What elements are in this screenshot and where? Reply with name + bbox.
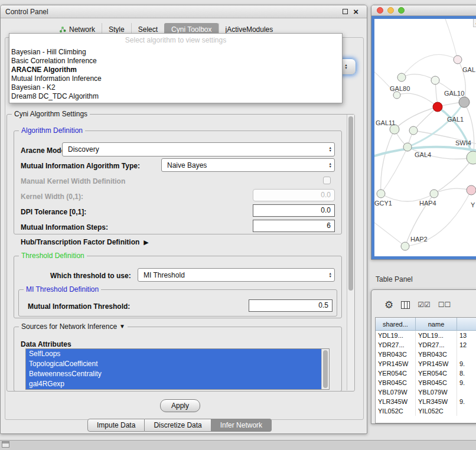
- float-window-icon[interactable]: [343, 9, 348, 14]
- mi-algorithm-type-value: Naive Bayes: [167, 161, 207, 169]
- algorithm-option-bayesian-hill-climbing[interactable]: Bayesian - Hill Climbing: [9, 48, 342, 57]
- network-node[interactable]: [401, 242, 409, 250]
- expand-right-triangle-icon[interactable]: ▶: [144, 239, 148, 246]
- table-header: shared...name: [376, 318, 476, 331]
- manual-kernel-width-label: Manual Kernel Width Definition: [21, 177, 125, 185]
- network-node[interactable]: [467, 185, 476, 195]
- dpi-tolerance-label: DPI Tolerance [0,1]:: [21, 208, 86, 216]
- tab-impute-data[interactable]: Impute Data: [87, 419, 145, 432]
- table-settings-gear-icon[interactable]: ⚙: [384, 300, 393, 310]
- network-node[interactable]: [393, 92, 400, 99]
- network-edge[interactable]: [402, 54, 458, 77]
- table-row[interactable]: YIL052CYIL052C: [376, 406, 476, 416]
- table-cell: YDL19...: [416, 331, 457, 340]
- hub-transcription-factor-section[interactable]: Hub/Transcription Factor Definition ▶: [21, 238, 149, 246]
- table-cell: YDR27...: [416, 340, 457, 350]
- scrollbar-thumb[interactable]: [348, 116, 353, 291]
- select-all-rows-icon[interactable]: ☑☑: [418, 300, 431, 310]
- table-cell: 9.: [457, 397, 476, 406]
- tab-label: Style: [109, 25, 125, 34]
- data-attribute-betweennesscentrality[interactable]: BetweennessCentrality: [26, 369, 321, 379]
- column-header-shared[interactable]: shared...: [376, 318, 416, 331]
- network-node[interactable]: [459, 97, 470, 107]
- table-cell: 13: [457, 331, 476, 340]
- table-cell: YLR345W: [376, 397, 416, 406]
- tab-label: Select: [138, 25, 158, 34]
- network-graph: GALGAL80GAL10GAL1GAL11SWI4GAL4GCY1HAP4YH…: [374, 19, 476, 256]
- column-header-blank[interactable]: [457, 318, 476, 331]
- column-header-name[interactable]: name: [416, 318, 457, 331]
- table-row[interactable]: YPR145WYPR145W9.: [376, 359, 476, 369]
- table-row[interactable]: YER054CYER054C8.: [376, 369, 476, 378]
- table-row[interactable]: YBL079WYBL079W: [376, 387, 476, 397]
- dpi-tolerance-field[interactable]: 0.0: [253, 204, 335, 217]
- network-node[interactable]: [377, 190, 385, 198]
- network-edge[interactable]: [402, 74, 435, 80]
- which-threshold-combobox[interactable]: MI Threshold: [138, 268, 335, 282]
- table-row[interactable]: YBR043CYBR043C: [376, 350, 476, 359]
- settings-vertical-scrollbar[interactable]: [347, 115, 354, 390]
- data-attribute-topologicalcoefficient[interactable]: TopologicalCoefficient: [26, 359, 321, 369]
- network-edge[interactable]: [445, 19, 458, 60]
- combo-stepper-icon: [329, 146, 332, 152]
- kernel-width-field[interactable]: 0.0: [253, 189, 335, 201]
- network-node[interactable]: [409, 126, 418, 135]
- aracne-mode-combobox[interactable]: Discovery: [62, 142, 335, 156]
- data-attributes-list[interactable]: SelfLoopsTopologicalCoefficientBetweenne…: [25, 348, 330, 390]
- table-cell: YPR145W: [416, 359, 457, 369]
- data-attribute-gal4rgexp[interactable]: gal4RGexp: [26, 379, 321, 389]
- algorithm-option-bayesian-k2[interactable]: Bayesian - K2: [9, 83, 342, 92]
- threshold-definition-title: Threshold Definition: [19, 252, 87, 260]
- data-attribute-selfloops[interactable]: SelfLoops: [26, 349, 321, 359]
- close-window-icon[interactable]: ×: [353, 9, 358, 15]
- column-visibility-icon[interactable]: [401, 301, 410, 309]
- close-traffic-light-icon[interactable]: [377, 7, 383, 14]
- mi-algorithm-type-combobox[interactable]: Naive Bayes: [161, 158, 335, 172]
- deselect-all-rows-icon[interactable]: ☐☐: [438, 300, 451, 310]
- network-node[interactable]: [433, 102, 442, 112]
- algorithm-option-aracne-algorithm[interactable]: ARACNE Algorithm: [9, 66, 342, 74]
- table-row[interactable]: YBR045CYBR045C9.: [376, 378, 476, 387]
- network-node[interactable]: [431, 76, 439, 84]
- node-label-gal11: GAL11: [376, 119, 395, 126]
- table-row[interactable]: YDL19...YDL19...13: [376, 331, 476, 340]
- table-cell: YPR145W: [376, 359, 416, 369]
- table-row[interactable]: YDR27...YDR27...12: [376, 340, 476, 350]
- minimized-window-icon[interactable]: [2, 441, 9, 448]
- manual-kernel-width-checkbox[interactable]: [323, 177, 331, 184]
- network-edge[interactable]: [397, 93, 438, 107]
- network-node[interactable]: [467, 151, 476, 164]
- network-canvas[interactable]: GALGAL80GAL10GAL1GAL11SWI4GAL4GCY1HAP4YH…: [374, 19, 476, 256]
- table-cell: [457, 350, 476, 359]
- tab-label: Cyni Toolbox: [171, 25, 211, 34]
- network-node[interactable]: [397, 73, 406, 81]
- collapse-down-triangle-icon[interactable]: ▼: [119, 324, 125, 330]
- network-window-titlebar[interactable]: [371, 5, 476, 16]
- network-node[interactable]: [403, 143, 412, 151]
- apply-button[interactable]: Apply: [160, 399, 200, 412]
- table-row[interactable]: YLR345WYLR345W9.: [376, 397, 476, 406]
- network-node[interactable]: [430, 190, 438, 198]
- tab-infer-network[interactable]: Infer Network: [211, 419, 272, 432]
- network-node[interactable]: [454, 56, 462, 64]
- mi-threshold-field[interactable]: 0.5: [249, 299, 332, 312]
- attributes-scrollbar[interactable]: [321, 349, 329, 389]
- mi-threshold-label: Mutual Information Threshold:: [28, 302, 130, 311]
- mi-threshold-definition-title: MI Threshold Definition: [24, 285, 101, 294]
- minimize-traffic-light-icon[interactable]: [387, 7, 394, 14]
- algorithm-option-basic-correlation-inference[interactable]: Basic Correlation Inference: [9, 57, 342, 66]
- algorithm-option-mutual-information-inference[interactable]: Mutual Information Inference: [9, 74, 342, 83]
- network-edge[interactable]: [374, 223, 405, 246]
- zoom-traffic-light-icon[interactable]: [398, 7, 405, 14]
- network-edge[interactable]: [434, 188, 471, 194]
- algorithm-dropdown-list: Bayesian - Hill ClimbingBasic Correlatio…: [9, 48, 342, 101]
- network-edge[interactable]: [395, 107, 438, 129]
- scrollbar-thumb[interactable]: [323, 350, 328, 388]
- algorithm-option-dream8-dc-tdc-algorithm[interactable]: Dream8 DC_TDC Algorithm: [9, 92, 342, 101]
- tab-discretize-data[interactable]: Discretize Data: [145, 419, 211, 432]
- table-cell: YDR27...: [376, 340, 416, 350]
- table-cell: YER054C: [416, 369, 457, 378]
- table-cell: YBR043C: [416, 350, 457, 359]
- mi-steps-field[interactable]: 6: [253, 220, 335, 232]
- network-scrollbar-stub[interactable]: ▲: [473, 19, 476, 27]
